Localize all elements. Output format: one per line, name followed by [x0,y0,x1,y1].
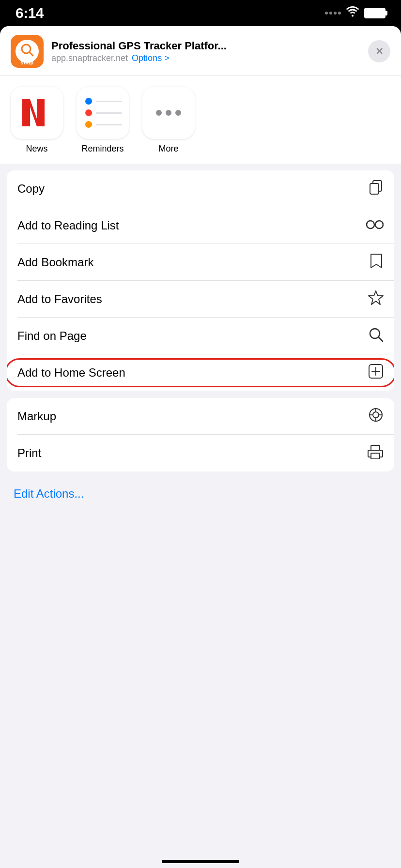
status-bar: 6:14 [0,0,401,26]
news-label: News [26,144,47,154]
bookmark-label: Add Bookmark [17,256,93,269]
news-app-icon [11,87,63,139]
app-icons-row: News Reminders [0,76,401,164]
markup-item[interactable]: Markup [7,398,394,435]
bookmark-item[interactable]: Add Bookmark [7,244,394,281]
print-label: Print [17,446,41,460]
svg-line-1 [30,52,33,56]
reminders-app-item[interactable]: Reminders [77,87,129,154]
magnifier-icon [20,43,34,61]
reading-list-icon [366,218,384,233]
find-on-page-label: Find on Page [17,329,87,343]
add-home-screen-item[interactable]: Add to Home Screen [7,354,394,391]
add-home-screen-label: Add to Home Screen [17,366,125,380]
svg-marker-9 [369,291,383,305]
reminders-app-icon [77,87,129,139]
status-icons [325,6,386,20]
svg-line-11 [379,337,383,341]
menu-section-1: Copy Add to Reading List Add Bookmark [7,170,394,391]
reminders-label: Reminders [81,144,123,154]
page-url: app.snaptracker.net [51,53,128,63]
svg-point-16 [373,412,379,418]
news-app-item[interactable]: News [11,87,63,154]
menu-section-2: Markup Print [7,398,394,472]
snap-app-icon: snap [11,35,44,68]
print-icon [367,444,384,462]
svg-rect-22 [371,445,380,450]
find-on-page-item[interactable]: Find on Page [7,318,394,354]
close-button[interactable]: ✕ [368,40,390,62]
header-info: Professional GPS Tracker Platfor... app.… [51,40,360,63]
snap-label: snap [11,60,44,65]
page-title: Professional GPS Tracker Platfor... [51,40,360,52]
home-indicator [162,860,239,863]
battery-icon [364,8,386,18]
reading-list-item[interactable]: Add to Reading List [7,207,394,244]
close-icon: ✕ [375,46,384,57]
copy-item[interactable]: Copy [7,170,394,207]
svg-point-7 [367,221,374,228]
share-sheet: snap Professional GPS Tracker Platfor...… [0,26,401,868]
svg-rect-21 [371,453,380,459]
svg-point-8 [375,221,383,228]
favorites-item[interactable]: Add to Favorites [7,281,394,318]
copy-label: Copy [17,182,45,196]
status-time: 6:14 [15,5,44,21]
favorites-label: Add to Favorites [17,292,102,306]
markup-label: Markup [17,410,56,423]
signal-icon [325,12,341,15]
reading-list-label: Add to Reading List [17,219,119,232]
markup-icon [368,407,384,426]
more-app-icon [142,87,195,139]
more-label: More [158,144,178,154]
copy-icon [368,180,384,198]
wifi-icon [346,6,359,20]
star-icon [368,290,384,309]
bookmark-icon [369,253,384,272]
search-icon [368,327,384,346]
svg-rect-6 [370,183,379,194]
options-link[interactable]: Options > [132,53,170,63]
print-item[interactable]: Print [7,435,394,472]
add-home-screen-icon [368,364,384,382]
share-header: snap Professional GPS Tracker Platfor...… [0,26,401,76]
more-app-item[interactable]: More [142,87,195,154]
edit-actions-link[interactable]: Edit Actions... [0,478,401,509]
